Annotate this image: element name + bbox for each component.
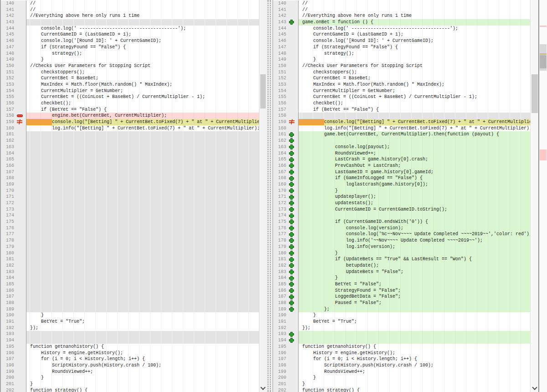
left-code-row[interactable]: 140// [1,0,260,7]
right-code-row[interactable]: 185 BetYet = "False"; [273,281,531,288]
right-code-row[interactable]: 172 updatestats(); [273,200,531,206]
right-code-row[interactable]: 142//Everything above here only runs 1 t… [273,13,531,19]
left-code-row[interactable]: 158 engine.bet(CurrentBet, CurrentMultip… [1,113,260,119]
right-code-row[interactable]: 189 }; [273,306,531,313]
right-scrollbar-thumb[interactable] [532,74,538,113]
left-code-row[interactable]: 165 [1,156,260,163]
right-code-row[interactable]: 191 BetYet = "True"; [273,319,531,325]
left-code-row[interactable]: 184 [1,275,260,281]
right-code-row[interactable]: 173 CurrentGameID = CurrentGameID.toStri… [273,206,531,213]
left-code-row[interactable]: 166 [1,163,260,169]
left-code-row[interactable]: 150//Checks User Parameters for Stopping… [1,63,260,69]
left-code-row[interactable]: 142//Everything above here only runs 1 t… [1,13,260,19]
left-code-row[interactable]: 186 [1,288,260,294]
left-code-row[interactable]: 147 if (StrategyFound == "False") { [1,44,260,51]
left-code-row[interactable]: 175 [1,219,260,225]
right-code-row[interactable]: 147 if (StrategyFound == "False") { [273,44,531,51]
pane-splitter[interactable] [266,0,273,392]
right-code-row[interactable]: 192}); [273,325,531,331]
left-code-row[interactable]: 167 [1,169,260,175]
right-code-row[interactable]: 194 [273,337,531,344]
right-code-row[interactable]: 144 console.log(' ----------------------… [273,26,531,32]
left-vertical-scrollbar[interactable] [259,0,267,392]
left-code-row[interactable]: 197 for (i = 0; i < History.length; i++)… [1,356,260,362]
left-code-row[interactable]: 146 console.log('[Round ID]: ' + Current… [1,38,260,44]
left-code-row[interactable]: 144 console.log(' ----------------------… [1,26,260,32]
right-code-row[interactable]: 177 console.log('%c~~Nov~~~~ Update Comp… [273,231,531,237]
right-code-row[interactable]: 183 UpdateBets = "False"; [273,269,531,275]
right-code-row[interactable]: 199 RoundsViewed++; [273,369,531,375]
left-code-row[interactable]: 143 [1,19,260,26]
right-code-row[interactable]: 153 MaxIndex = Math.floor(Math.random() … [273,82,531,88]
left-code-row[interactable]: 176 [1,225,260,232]
right-vertical-scrollbar[interactable] [530,0,539,392]
left-code-row[interactable]: 161 [1,131,260,138]
left-code-row[interactable]: 159 console.log("[Betting] " + CurrentBe… [1,119,260,125]
right-code-row[interactable]: 186 StrategyFound = "False"; [273,288,531,294]
left-code-row[interactable]: 162 [1,138,260,144]
left-code-row[interactable]: 177 [1,231,260,237]
right-code-row[interactable]: 159 console.log("[Betting] " + CurrentBe… [273,119,531,125]
right-code-row[interactable]: 157 if (BetYet == "False") { [273,107,531,113]
right-code-row[interactable]: 151 checkstoppers(); [273,69,531,76]
left-code-row[interactable]: 154 CurrentMultiplier = GetNumber; [1,88,260,94]
left-code-row[interactable]: 182 [1,263,260,269]
left-code-row[interactable]: 179 [1,244,260,250]
left-code-row[interactable]: 192}); [1,325,260,331]
left-code-row[interactable]: 156 checkbet(); [1,100,260,107]
right-code-row[interactable]: 171 updateplayer(); [273,194,531,200]
right-code-row[interactable]: 166 PrevCashOut = LastCrash; [273,163,531,169]
right-code-row[interactable]: 193 [273,331,531,337]
right-code-row[interactable]: 167 LastGameID = game.history[0].gameId; [273,169,531,175]
right-code-row[interactable]: 202function strategy() { [273,387,531,392]
right-code-row[interactable]: 187 LoggedBetData = "False"; [273,294,531,300]
left-code-row[interactable]: 193 [1,331,260,337]
right-code-row[interactable]: 165 LastCrash = game.history[0].crash; [273,156,531,163]
right-code-row[interactable]: 181 if (UpdateBets == "True" && LastResu… [273,256,531,263]
left-code-row[interactable]: 180 [1,250,260,257]
left-code-row[interactable]: 202function strategy() { [1,387,260,392]
right-code-row[interactable]: 162 [273,138,531,144]
right-code-row[interactable]: 152 CurrentBet = BaseBet; [273,75,531,82]
right-code-row[interactable]: 160 log.info("[Betting] " + CurrentBet.t… [273,125,531,132]
right-code-row[interactable]: 163 console.log(payout); [273,144,531,150]
right-code-row[interactable]: 143game.onBet = function () { [273,19,531,26]
left-code-row[interactable]: 148 strategy(); [1,51,260,57]
left-code-row[interactable]: 191 BetYet = "True"; [1,319,260,325]
left-code-row[interactable]: 145 CurrentGameID = (LastGameID + 1); [1,31,260,38]
right-code-row[interactable]: 201} [273,381,531,387]
right-code-row[interactable]: 176 console.log(version); [273,225,531,232]
left-code-row[interactable]: 185 [1,281,260,288]
right-code-row[interactable]: 178 log.info('~~Nov~~~~ Update Completed… [273,237,531,244]
left-code-row[interactable]: 157 if (BetYet == "False") { [1,107,260,113]
right-code-row[interactable]: 197 for (i = 0; i < History.length; i++)… [273,356,531,362]
left-code-row[interactable]: 160 log.info("[Betting] " + CurrentBet.t… [1,125,260,132]
left-code-row[interactable]: 172 [1,200,260,206]
right-code-row[interactable]: 148 strategy(); [273,51,531,57]
left-code-row[interactable]: 181 [1,256,260,263]
left-code-row[interactable]: 198 ScriptHistory.push(History.crash / 1… [1,362,260,369]
right-code-row[interactable]: 180 } [273,250,531,257]
right-code-row[interactable]: 179 log.info(version); [273,244,531,250]
left-scroll-down-arrow-icon[interactable] [260,385,265,390]
left-code-row[interactable]: 199 RoundsViewed++; [1,369,260,375]
left-code-row[interactable]: 170 [1,188,260,194]
right-code-row[interactable]: 170 } [273,188,531,194]
left-code-row[interactable]: 153 MaxIndex = Math.floor(Math.random() … [1,82,260,88]
right-code-row[interactable]: 155 CurrentBet = ((CoinLost + BaseBet) /… [273,94,531,100]
left-code-row[interactable]: 151 checkstoppers(); [1,69,260,76]
right-code-row[interactable]: 200 } [273,375,531,381]
right-code-row[interactable]: 198 ScriptHistory.push(History.crash / 1… [273,362,531,369]
right-code-row[interactable]: 188 Paused = "False"; [273,300,531,306]
right-code-row[interactable]: 175 if (CurrentGameID.endsWith('0')) { [273,219,531,225]
right-code-row[interactable]: 141// [273,7,531,13]
right-code-row[interactable]: 164 RoundsViewed++; [273,150,531,157]
right-code-row[interactable]: 161 game.bet(CurrentBet, CurrentMultipli… [273,131,531,138]
right-code-row[interactable]: 182 betupdate(); [273,263,531,269]
left-scrollbar-thumb[interactable] [260,74,266,108]
left-code-row[interactable]: 149 } [1,57,260,63]
right-code-row[interactable]: 149 } [273,57,531,63]
left-code-row[interactable]: 200 } [1,375,260,381]
left-code-row[interactable]: 201} [1,381,260,387]
right-code-row[interactable]: 174 [273,212,531,219]
